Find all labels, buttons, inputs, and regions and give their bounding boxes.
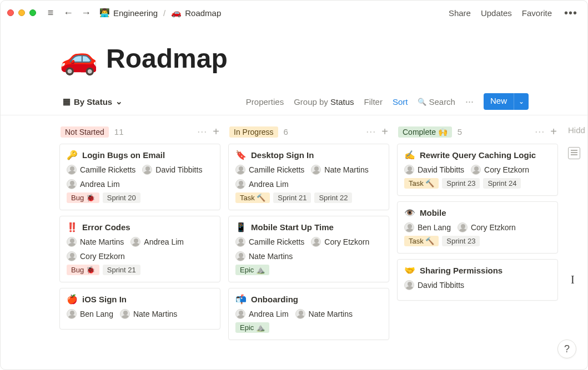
person-chip: Andrea Lim — [235, 309, 289, 319]
column-add-icon[interactable]: + — [213, 125, 219, 138]
person-name: Cory Etzkorn — [324, 237, 369, 246]
card-title-row: 🍎iOS Sign In — [67, 294, 213, 305]
share-button[interactable]: Share — [448, 6, 472, 20]
avatar — [295, 309, 305, 319]
more-icon[interactable]: ••• — [561, 6, 581, 21]
sort-button[interactable]: Sort — [393, 97, 408, 107]
hidden-item-icon[interactable] — [568, 147, 580, 159]
avatar — [130, 237, 140, 247]
card-chips: Bug 🐞Sprint 20 — [67, 192, 213, 203]
column-count: 5 — [458, 127, 462, 136]
avatar — [458, 222, 468, 232]
card-list: 🔑Login Bugs on EmailCamille RickettsDavi… — [59, 144, 220, 330]
person-name: Camille Ricketts — [249, 165, 304, 174]
person-chip: Nate Martins — [311, 165, 368, 175]
card-people: Nate MartinsAndrea LimCory Etzkorn — [67, 237, 213, 261]
help-button[interactable]: ? — [557, 339, 576, 358]
tag-chip: Sprint 23 — [442, 178, 480, 189]
filter-button[interactable]: Filter — [364, 97, 383, 107]
tag-chip: Sprint 21 — [103, 265, 140, 275]
favorite-button[interactable]: Favorite — [521, 6, 553, 20]
column-count: 11 — [114, 127, 124, 136]
column-status-tag[interactable]: Not Started — [61, 126, 109, 138]
board-card[interactable]: ‼️Error CodesNate MartinsAndrea LimCory … — [59, 216, 220, 282]
avatar — [311, 165, 321, 175]
menu-icon[interactable]: ≡ — [44, 6, 57, 19]
column-status-tag[interactable]: In Progress — [229, 126, 278, 138]
tag-chip: Task 🔨 — [235, 192, 270, 203]
card-people: Camille RickettsCory EtzkornNate Martins — [235, 237, 382, 261]
person-chip: Cory Etzkorn — [471, 165, 529, 175]
board-card[interactable]: 📬OnboardingAndrea LimNate MartinsEpic ⛰️ — [228, 288, 389, 340]
person-chip: David Tibbitts — [404, 165, 464, 175]
avatar — [404, 165, 414, 175]
board-card[interactable]: 📱Mobile Start Up TimeCamille RickettsCor… — [228, 216, 389, 282]
board-card[interactable]: ✍️Rewrite Query Caching LogicDavid Tibbi… — [397, 144, 558, 196]
breadcrumb-label: Engineering — [113, 8, 158, 18]
tag-chip: Task 🔨 — [404, 178, 439, 189]
properties-button[interactable]: Properties — [246, 97, 284, 107]
column-actions: ···+ — [197, 125, 219, 138]
search-button[interactable]: 🔍 Search — [418, 97, 455, 107]
person-chip: Andrea Lim — [67, 179, 120, 189]
hidden-groups-column[interactable]: Hidd — [566, 123, 587, 342]
board-card[interactable]: 👁️MobileBen LangCory EtzkornTask 🔨Sprint… — [397, 201, 558, 254]
new-button-dropdown[interactable]: ⌄ — [514, 93, 529, 110]
window-close-icon[interactable] — [7, 9, 14, 16]
window-zoom-icon[interactable] — [29, 9, 36, 16]
window-minimize-icon[interactable] — [18, 9, 25, 16]
person-chip: Camille Ricketts — [67, 165, 135, 175]
card-emoji-icon: 🤝 — [404, 265, 415, 276]
nav-forward-icon[interactable]: → — [79, 6, 93, 19]
view-more-icon[interactable]: ··· — [465, 96, 474, 108]
avatar — [235, 179, 245, 189]
column-more-icon[interactable]: ··· — [535, 126, 545, 138]
person-chip: Camille Ricketts — [235, 165, 304, 175]
updates-button[interactable]: Updates — [480, 6, 513, 20]
person-chip: Nate Martins — [235, 251, 293, 261]
card-title: Sharing Permissions — [420, 266, 502, 275]
card-chips: Epic ⛰️ — [235, 322, 382, 333]
chevron-down-icon: ⌄ — [115, 97, 123, 107]
board: Not Started11···+🔑Login Bugs on EmailCam… — [1, 115, 587, 342]
page-title[interactable]: Roadmap — [106, 43, 228, 74]
card-people: Ben LangCory Etzkorn — [404, 222, 551, 232]
nav-back-icon[interactable]: ← — [62, 6, 75, 19]
tag-chip: Sprint 20 — [103, 192, 140, 203]
breadcrumb-item-engineering[interactable]: 👨‍💻 Engineering — [97, 7, 160, 19]
avatar — [235, 165, 245, 175]
search-icon: 🔍 — [418, 98, 426, 106]
card-title: Error Codes — [82, 222, 130, 232]
board-card[interactable]: 🤝Sharing PermissionsDavid Tibbitts — [397, 259, 558, 301]
column-add-icon[interactable]: + — [381, 125, 388, 138]
card-emoji-icon: 📱 — [235, 222, 247, 232]
group-by-button[interactable]: Group by Status — [294, 97, 354, 107]
column-more-icon[interactable]: ··· — [197, 126, 207, 138]
avatar — [67, 165, 77, 175]
new-button-main[interactable]: New — [484, 93, 514, 110]
view-name: By Status — [74, 97, 112, 107]
board-column: Not Started11···+🔑Login Bugs on EmailCam… — [59, 123, 220, 342]
board-card[interactable]: 🍎iOS Sign InBen LangNate Martins — [59, 288, 220, 330]
person-chip: David Tibbitts — [142, 165, 202, 175]
avatar — [67, 237, 77, 247]
card-chips: Task 🔨Sprint 23 — [404, 236, 551, 246]
person-chip: Andrea Lim — [130, 237, 184, 247]
column-add-icon[interactable]: + — [550, 125, 557, 138]
board-card[interactable]: 🔑Login Bugs on EmailCamille RickettsDavi… — [59, 144, 220, 210]
column-status-tag[interactable]: Complete 🙌 — [398, 126, 452, 138]
breadcrumb-item-roadmap[interactable]: 🚗 Roadmap — [169, 7, 223, 19]
page-emoji-icon[interactable]: 🚗 — [59, 43, 98, 74]
view-switcher[interactable]: ▦ By Status ⌄ — [59, 94, 126, 109]
breadcrumb-separator: / — [163, 8, 165, 18]
tag-chip: Sprint 23 — [442, 236, 480, 246]
person-name: David Tibbitts — [155, 165, 202, 174]
person-name: David Tibbitts — [418, 165, 464, 174]
card-people: Camille RickettsNate MartinsAndrea Lim — [235, 165, 382, 189]
column-more-icon[interactable]: ··· — [366, 126, 376, 138]
board-card[interactable]: 🔖Desktop Sign InCamille RickettsNate Mar… — [228, 144, 389, 210]
card-emoji-icon: ‼️ — [67, 222, 78, 232]
avatar — [471, 165, 481, 175]
group-by-prefix: Group by — [294, 97, 328, 107]
card-title-row: ✍️Rewrite Query Caching Logic — [404, 150, 551, 160]
